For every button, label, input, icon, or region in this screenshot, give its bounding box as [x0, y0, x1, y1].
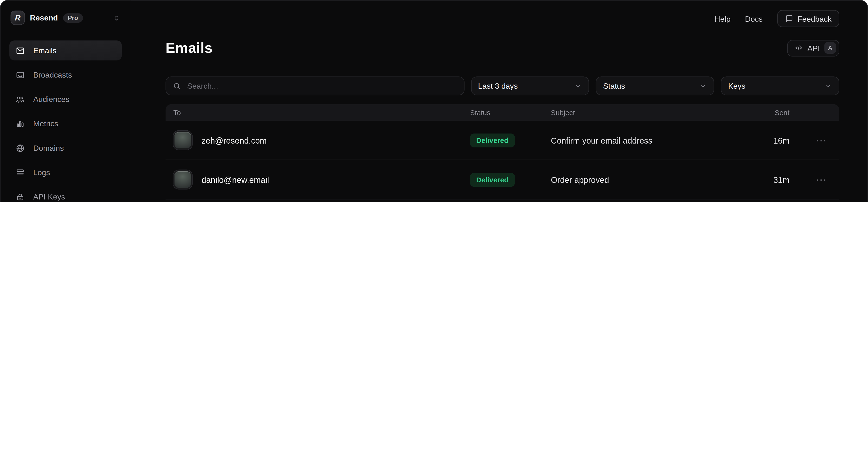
sidebar-item-label: API Keys [33, 192, 65, 201]
sidebar-item-emails[interactable]: Emails [9, 40, 122, 60]
sidebar-item-metrics[interactable]: Metrics [9, 114, 122, 134]
workspace-name: Resend [30, 13, 58, 22]
inbox-icon [16, 70, 25, 80]
status-badge: Delivered [470, 173, 515, 186]
rows-icon [16, 168, 25, 177]
table-row[interactable]: danilo@new.email Delivered Order approve… [165, 160, 839, 200]
app-window: R Resend Pro EmailsBroadcastsAudiencesMe… [0, 0, 868, 202]
top-link-help[interactable]: Help [715, 14, 731, 23]
sidebar-nav: EmailsBroadcastsAudiencesMetricsDomainsL… [9, 40, 122, 202]
sidebar-item-label: Domains [33, 144, 64, 152]
chevron-down-icon [699, 82, 707, 90]
email-envelope-icon [173, 170, 192, 189]
sidebar-item-label: Audiences [33, 95, 69, 104]
mail-icon [16, 46, 25, 55]
column-header-subject: Subject [551, 108, 762, 117]
main-content: HelpDocs Feedback Emails API A Last 3 da… [131, 0, 868, 202]
sidebar-item-label: Metrics [33, 119, 58, 128]
table-header: To Status Subject Sent [165, 104, 839, 121]
column-header-to: To [173, 108, 470, 117]
sidebar-item-label: Logs [33, 168, 50, 177]
filter-dropdown-keys[interactable]: Keys [721, 76, 839, 95]
chevron-down-icon [574, 82, 582, 90]
recipient-email: zeh@resend.com [202, 136, 267, 145]
email-envelope-icon [173, 131, 192, 150]
api-button[interactable]: API A [787, 39, 839, 56]
workspace-switcher[interactable]: R Resend Pro [9, 9, 122, 25]
users-icon [16, 94, 25, 104]
column-header-status: Status [470, 108, 551, 117]
topbar: HelpDocs Feedback [165, 0, 839, 27]
message-square-icon [785, 14, 793, 23]
sent-time: 31m [762, 175, 789, 184]
sidebar-item-broadcasts[interactable]: Broadcasts [9, 65, 122, 85]
sidebar-item-audiences[interactable]: Audiences [9, 89, 122, 109]
resend-logo-icon: R [10, 10, 25, 25]
sidebar-item-label: Emails [33, 46, 57, 55]
filter-dropdown-last-3-days[interactable]: Last 3 days [471, 76, 589, 95]
recipient-email: danilo@new.email [202, 175, 269, 184]
code-icon [795, 44, 803, 52]
emails-table: To Status Subject Sent zeh@resend.com De… [165, 104, 839, 202]
globe-icon [16, 143, 25, 153]
filter-dropdown-status[interactable]: Status [596, 76, 714, 95]
lock-icon [16, 192, 25, 201]
keyboard-shortcut-badge: A [825, 42, 836, 54]
sent-time: 16m [762, 136, 789, 145]
top-link-docs[interactable]: Docs [745, 14, 763, 23]
page-title: Emails [165, 39, 213, 56]
sidebar-item-domains[interactable]: Domains [9, 138, 122, 158]
status-badge: Delivered [470, 133, 515, 147]
table-row[interactable]: zeh@resend.com Delivered Confirm your em… [165, 121, 839, 160]
sidebar: R Resend Pro EmailsBroadcastsAudiencesMe… [0, 0, 131, 202]
search-input[interactable] [186, 81, 457, 91]
search-box[interactable] [165, 76, 464, 95]
chart-icon [16, 119, 25, 128]
column-header-sent: Sent [762, 108, 789, 117]
feedback-button[interactable]: Feedback [777, 10, 839, 27]
row-menu-button[interactable]: ··· [789, 175, 832, 184]
chevrons-up-down-icon[interactable] [113, 13, 121, 22]
plan-badge: Pro [63, 13, 83, 22]
row-menu-button[interactable]: ··· [789, 136, 832, 145]
chevron-down-icon [825, 82, 832, 90]
sidebar-item-label: Broadcasts [33, 70, 72, 79]
email-subject: Order approved [551, 175, 762, 184]
sidebar-item-logs[interactable]: Logs [9, 163, 122, 182]
table-row[interactable]: zeno@resend.com Delivered Reset your pas… [165, 200, 839, 202]
email-subject: Confirm your email address [551, 136, 762, 145]
page-header: Emails API A [165, 39, 839, 56]
search-icon [173, 82, 181, 90]
table-body: zeh@resend.com Delivered Confirm your em… [165, 121, 839, 202]
sidebar-item-api-keys[interactable]: API Keys [9, 187, 122, 202]
filter-bar: Last 3 daysStatusKeys [165, 76, 839, 95]
